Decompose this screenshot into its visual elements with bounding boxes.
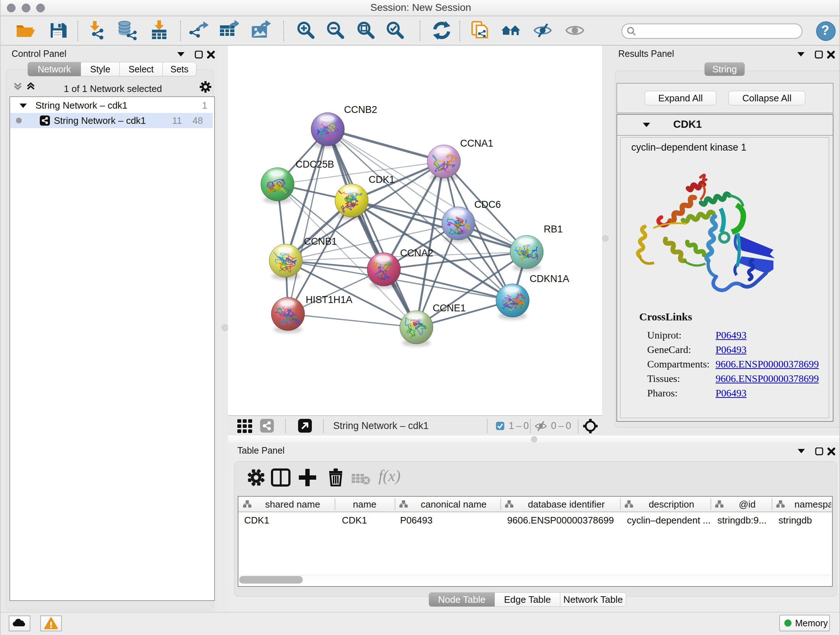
svg-text:CDKN1A: CDKN1A [530, 273, 569, 284]
svg-text:RB1: RB1 [544, 224, 563, 234]
svg-text:HIST1H1A: HIST1H1A [306, 295, 352, 305]
svg-text:CDC25B: CDC25B [295, 159, 334, 170]
svg-text:CCNA1: CCNA1 [460, 138, 493, 149]
svg-text:CDK1: CDK1 [369, 174, 395, 185]
svg-text:CCNB2: CCNB2 [344, 104, 377, 115]
svg-text:CCNB1: CCNB1 [304, 236, 337, 247]
svg-text:CCNA2: CCNA2 [400, 248, 433, 258]
svg-text:CCNE1: CCNE1 [433, 302, 466, 314]
svg-text:CDC6: CDC6 [474, 199, 501, 210]
